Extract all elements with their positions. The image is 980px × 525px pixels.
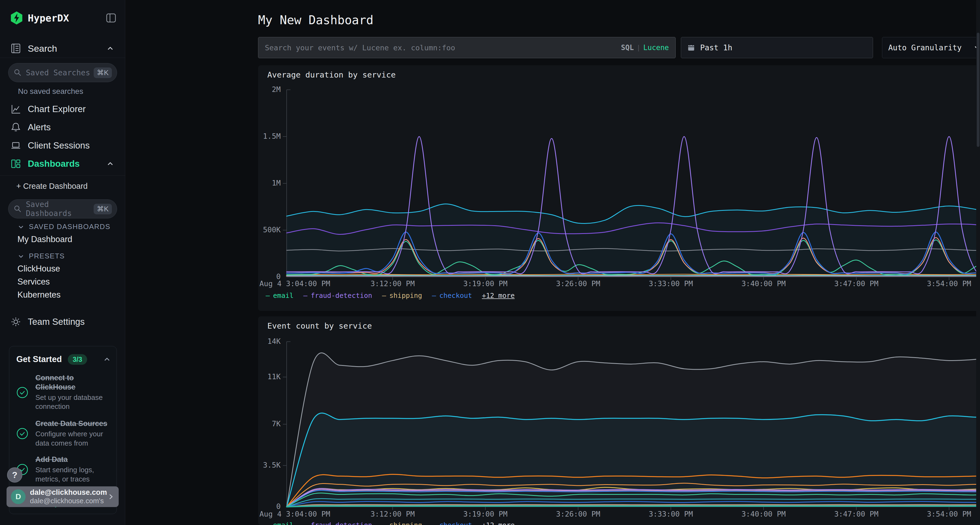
sidebar-item-label: Dashboards: [28, 159, 80, 169]
svg-text:14K: 14K: [267, 337, 281, 346]
user-menu[interactable]: D dale@clickhouse.com dale@clickhouse.co…: [6, 486, 119, 507]
sidebar-collapse-icon[interactable]: [105, 12, 117, 24]
check-circle-icon: [16, 428, 28, 439]
legend-dash: —: [303, 292, 307, 300]
svg-text:3:47:00 PM: 3:47:00 PM: [834, 510, 878, 518]
scrollbar-thumb[interactable]: [977, 33, 980, 147]
legend-label: shipping: [389, 521, 422, 525]
sidebar-item-search[interactable]: Search: [10, 41, 117, 56]
svg-text:7K: 7K: [272, 419, 281, 428]
gear-icon: [10, 316, 21, 327]
legend-dash: —: [432, 521, 436, 525]
sidebar-item-services[interactable]: Services: [18, 277, 50, 287]
sidebar-item-label: Alerts: [28, 122, 51, 132]
chevron-down-icon: [18, 253, 24, 260]
saved-dashboards-placeholder: Saved Dashboards: [26, 200, 94, 218]
saved-dashboards-section[interactable]: SAVED DASHBOARDS: [18, 222, 110, 231]
event-count-chart-panel: Event count by service 14K11K7K3.5K0Aug …: [258, 316, 980, 525]
no-saved-searches-note: No saved searches: [18, 87, 83, 96]
svg-text:3:19:00 PM: 3:19:00 PM: [463, 510, 508, 518]
line-chart-icon: [10, 104, 21, 114]
chart-legend: —email—fraud-detection—shipping—checkout…: [266, 521, 515, 525]
user-email: dale@clickhouse.com: [30, 488, 107, 497]
legend-item-shipping[interactable]: —shipping: [382, 292, 422, 300]
legend-dash: —: [266, 521, 270, 525]
get-started-item-desc: Configure where your data comes from: [35, 430, 106, 448]
svg-text:11K: 11K: [267, 373, 281, 381]
sidebar-item-kubernetes[interactable]: Kubernetes: [18, 290, 61, 300]
events-search-input[interactable]: Search your events w/ Lucene ex. column:…: [258, 37, 676, 58]
svg-text:1M: 1M: [272, 179, 281, 187]
search-icon: [13, 68, 22, 77]
legend-more-link[interactable]: +12 more: [482, 521, 514, 525]
sidebar-item-my-dashboard[interactable]: My Dashboard: [18, 235, 72, 244]
sidebar-item-team-settings[interactable]: Team Settings: [10, 314, 117, 329]
sidebar-item-label: Chart Explorer: [28, 104, 86, 114]
chevron-up-icon[interactable]: [106, 160, 115, 168]
saved-searches-placeholder: Saved Searches: [26, 68, 94, 77]
get-started-item-add-data[interactable]: Add Data Start sending logs, metrics, or…: [16, 455, 112, 484]
granularity-select[interactable]: Auto Granularity: [882, 37, 980, 58]
time-range-input[interactable]: Past 1h: [681, 37, 873, 58]
legend-label: fraud-detection: [310, 292, 372, 300]
chevron-up-icon[interactable]: [106, 44, 115, 52]
sql-toggle[interactable]: SQL: [621, 43, 634, 52]
lucene-toggle[interactable]: Lucene: [643, 43, 669, 52]
svg-text:3:47:00 PM: 3:47:00 PM: [834, 279, 878, 288]
event-count-chart-svg: 14K11K7K3.5K0Aug 4 3:04:00 PM3:12:00 PM3…: [258, 316, 980, 525]
sidebar-item-alerts[interactable]: Alerts: [10, 120, 117, 135]
sidebar: HyperDX Search Saved Searches ⌘K No save…: [0, 0, 125, 525]
create-dashboard-button[interactable]: + Create Dashboard: [16, 182, 88, 191]
legend-item-checkout[interactable]: —checkout: [432, 292, 472, 300]
help-button[interactable]: ?: [7, 467, 22, 482]
sidebar-item-dashboards[interactable]: Dashboards: [10, 156, 117, 171]
svg-text:0: 0: [276, 502, 281, 511]
get-started-item-connect[interactable]: Connect to ClickHouse Set up your databa…: [16, 373, 112, 411]
duration-chart-svg: 2M1.5M1M500K0Aug 4 3:04:00 PM3:12:00 PM3…: [258, 65, 980, 311]
legend-label: checkout: [439, 521, 472, 525]
legend-label: email: [273, 292, 293, 300]
svg-text:Aug 4 3:04:00 PM: Aug 4 3:04:00 PM: [259, 510, 330, 518]
avatar: D: [11, 489, 25, 504]
logo-row: HyperDX: [10, 10, 117, 26]
legend-item-email[interactable]: —email: [266, 292, 293, 300]
time-range-value: Past 1h: [700, 43, 732, 52]
legend-dash: —: [432, 292, 436, 300]
legend-dash: —: [266, 292, 270, 300]
divider: |: [638, 43, 640, 52]
laptop-icon: [10, 140, 21, 151]
saved-searches-input[interactable]: Saved Searches ⌘K: [8, 63, 117, 82]
chevron-up-icon[interactable]: [103, 355, 111, 363]
legend-dash: —: [382, 292, 386, 300]
chevron-right-icon: [107, 493, 115, 500]
presets-section[interactable]: PRESETS: [18, 252, 65, 260]
granularity-value: Auto Granularity: [888, 43, 973, 52]
svg-text:Aug 4 3:04:00 PM: Aug 4 3:04:00 PM: [259, 279, 330, 288]
events-search-placeholder: Search your events w/ Lucene ex. column:…: [265, 43, 621, 52]
get-started-item-datasources[interactable]: Create Data Sources Configure where your…: [16, 419, 112, 448]
duration-chart-panel: Average duration by service 2M1.5M1M500K…: [258, 65, 980, 311]
get-started-item-desc: Set up your database connection: [35, 393, 103, 412]
saved-dashboards-input[interactable]: Saved Dashboards ⌘K: [8, 199, 117, 219]
get-started-title: Get Started: [16, 354, 62, 364]
legend-item-fraud-detection[interactable]: —fraud-detection: [303, 292, 372, 300]
get-started-header[interactable]: Get Started 3/3: [16, 353, 111, 365]
legend-more-link[interactable]: +12 more: [482, 292, 514, 300]
legend-item-checkout[interactable]: —checkout: [432, 521, 472, 525]
sidebar-item-client-sessions[interactable]: Client Sessions: [10, 138, 117, 153]
sidebar-item-clickhouse[interactable]: ClickHouse: [18, 264, 60, 274]
legend-item-fraud-detection[interactable]: —fraud-detection: [303, 521, 372, 525]
scrollbar[interactable]: [976, 0, 980, 525]
svg-text:3:40:00 PM: 3:40:00 PM: [741, 510, 786, 518]
legend-item-shipping[interactable]: —shipping: [382, 521, 422, 525]
legend-label: fraud-detection: [310, 521, 372, 525]
svg-text:3:54:00 PM: 3:54:00 PM: [927, 279, 971, 288]
main-content: My New Dashboard Search your events w/ L…: [126, 0, 980, 525]
legend-label: checkout: [439, 292, 472, 300]
svg-text:3:12:00 PM: 3:12:00 PM: [371, 279, 415, 288]
legend-item-email[interactable]: —email: [266, 521, 293, 525]
svg-text:3:40:00 PM: 3:40:00 PM: [741, 279, 786, 288]
svg-text:500K: 500K: [263, 225, 281, 234]
shortcut-badge: ⌘K: [94, 67, 112, 78]
sidebar-item-chart-explorer[interactable]: Chart Explorer: [10, 102, 117, 116]
